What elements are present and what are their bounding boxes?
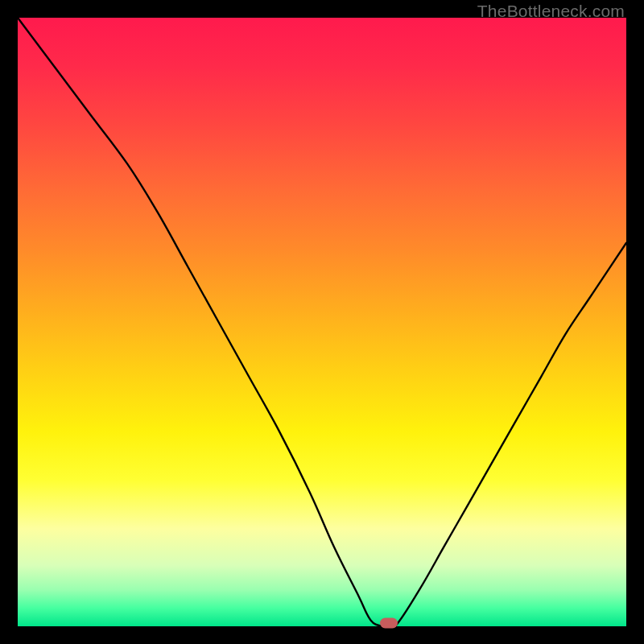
- chart-frame: TheBottleneck.com: [0, 0, 644, 644]
- optimal-point-marker: [380, 618, 398, 629]
- bottleneck-curve: [18, 18, 626, 626]
- plot-area: [18, 18, 626, 626]
